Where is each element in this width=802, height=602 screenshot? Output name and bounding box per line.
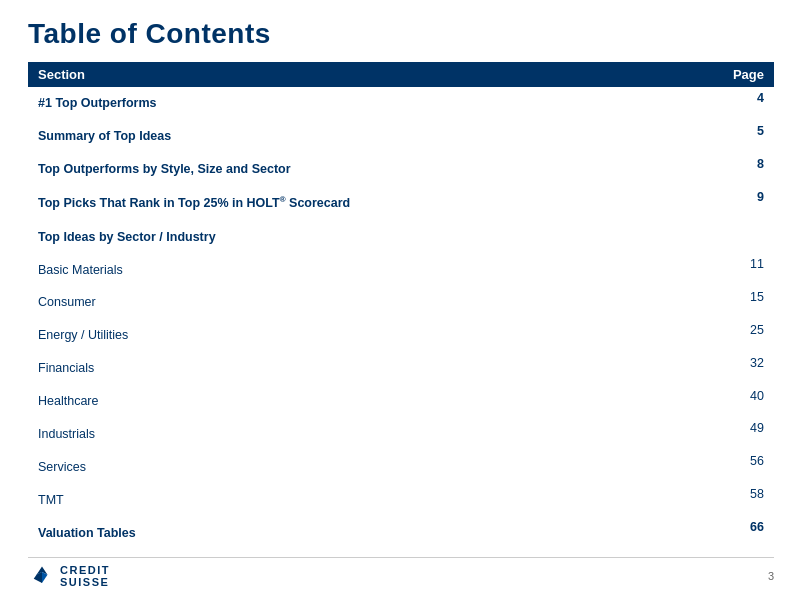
col-page-header: Page <box>714 62 774 87</box>
row-label: Energy / Utilities <box>28 319 714 352</box>
table-row: Financials32 <box>28 352 774 385</box>
row-page: 32 <box>714 352 774 385</box>
row-page: 5 <box>714 120 774 153</box>
table-row: Top Picks That Rank in Top 25% in HOLT® … <box>28 186 774 221</box>
row-page: 9 <box>714 186 774 221</box>
row-label: Top Ideas by Sector / Industry <box>28 220 714 253</box>
table-row: Top Ideas by Sector / Industry <box>28 220 774 253</box>
row-page: 58 <box>714 483 774 516</box>
cs-logo-icon <box>28 565 56 587</box>
row-page <box>714 220 774 253</box>
row-label: Valuation Tables <box>28 516 714 549</box>
table-row: #1 Top Outperforms4 <box>28 87 774 120</box>
row-label: Financials <box>28 352 714 385</box>
row-page: 8 <box>714 153 774 186</box>
row-page: 49 <box>714 417 774 450</box>
logo-text-suisse: SUISSE <box>60 576 110 588</box>
page-title: Table of Contents <box>28 18 774 50</box>
page-number: 3 <box>768 570 774 582</box>
row-label: Top Outperforms by Style, Size and Secto… <box>28 153 714 186</box>
row-label: Industrials <box>28 417 714 450</box>
row-label: Top Picks That Rank in Top 25% in HOLT® … <box>28 186 714 221</box>
row-label: Services <box>28 450 714 483</box>
row-page: 56 <box>714 450 774 483</box>
row-page: 66 <box>714 516 774 549</box>
table-row: Healthcare40 <box>28 385 774 418</box>
toc-header-row: Section Page <box>28 62 774 87</box>
col-section-header: Section <box>28 62 714 87</box>
footer: CREDIT SUISSE 3 <box>28 557 774 588</box>
row-page: 15 <box>714 286 774 319</box>
table-row: Valuation Tables66 <box>28 516 774 549</box>
toc-table: Section Page #1 Top Outperforms4Summary … <box>28 62 774 549</box>
table-row: Top Outperforms by Style, Size and Secto… <box>28 153 774 186</box>
page: Table of Contents Section Page #1 Top Ou… <box>0 0 802 602</box>
row-label: #1 Top Outperforms <box>28 87 714 120</box>
table-row: Basic Materials11 <box>28 253 774 286</box>
table-row: TMT58 <box>28 483 774 516</box>
row-label: TMT <box>28 483 714 516</box>
table-row: Consumer15 <box>28 286 774 319</box>
row-label: Basic Materials <box>28 253 714 286</box>
row-label: Healthcare <box>28 385 714 418</box>
row-page: 4 <box>714 87 774 120</box>
logo-text-credit: CREDIT <box>60 564 110 576</box>
credit-suisse-logo: CREDIT SUISSE <box>28 564 110 588</box>
row-label: Consumer <box>28 286 714 319</box>
table-row: Industrials49 <box>28 417 774 450</box>
row-page: 40 <box>714 385 774 418</box>
row-label: Summary of Top Ideas <box>28 120 714 153</box>
table-row: Energy / Utilities25 <box>28 319 774 352</box>
row-page: 25 <box>714 319 774 352</box>
table-row: Services56 <box>28 450 774 483</box>
row-page: 11 <box>714 253 774 286</box>
table-row: Summary of Top Ideas5 <box>28 120 774 153</box>
logo-text-block: CREDIT SUISSE <box>60 564 110 588</box>
